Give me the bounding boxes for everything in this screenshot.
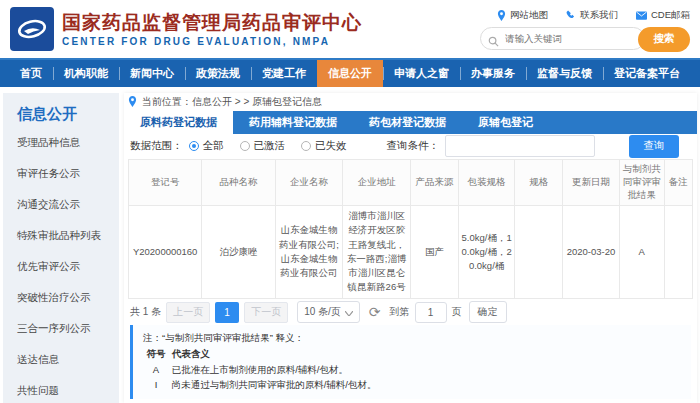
content: 当前位置：信息公开 > > 原辅包登记信息 原料药登记数据 药用辅料登记数据 药… (124, 93, 697, 403)
search-input[interactable] (480, 27, 645, 50)
sidebar-title: 信息公开 (17, 105, 119, 124)
radio-activated-label: 已激活 (254, 139, 286, 153)
sidebar-item-priority-review[interactable]: 优先审评公示 (17, 260, 119, 274)
query-label: 查询条件： (387, 139, 440, 153)
sidebar-item-common-issues[interactable]: 共性问题 (17, 384, 119, 398)
prev-page-button[interactable]: 上一页 (166, 302, 210, 323)
contact-label: 联系我们 (580, 9, 618, 22)
radio-activated-dot-icon (240, 141, 250, 151)
cell-company-name: 山东金城生物药业有限公司;山东金城生物药业有限公司 (275, 206, 343, 299)
tab-bar: 原料药登记数据 药用辅料登记数据 药包材登记数据 原辅包登记 (124, 111, 697, 134)
radio-expired[interactable]: 已失效 (301, 139, 347, 153)
next-page-button[interactable]: 下一页 (244, 302, 288, 323)
tab-raw-aux-pack[interactable]: 原辅包登记 (462, 111, 549, 134)
filter-bar: 数据范围： 全部 已激活 已失效 查询条件： 查询 (124, 134, 697, 160)
breadcrumb: 当前位置：信息公开 > > 原辅包登记信息 (124, 93, 697, 111)
nav-item-supervision[interactable]: 监督与反馈 (526, 60, 603, 87)
header-right: 网站地图 联系我们 CDE邮箱 (480, 7, 690, 52)
nav-item-policy[interactable]: 政策法规 (185, 60, 251, 87)
note-item-a-meaning: 已批准在上市制剂使用的原料/辅料/包材。 (172, 364, 348, 375)
sidebar-item-three-in-one[interactable]: 三合一序列公示 (17, 322, 119, 336)
goto-unit: 页 (452, 305, 462, 319)
radio-activated[interactable]: 已激活 (240, 139, 286, 153)
query-input[interactable] (445, 135, 595, 157)
page-size-value: 10 条/页 (304, 305, 341, 319)
header-product-name: 品种名称 (202, 160, 275, 206)
header-joint-review-result: 与制剂共同审评审批结果 (619, 160, 664, 206)
sidebar-item-breakthrough-therapy[interactable]: 突破性治疗公示 (17, 291, 119, 305)
site-title: 国家药品监督管理局药品审评中心 (62, 11, 362, 35)
header-remark: 备注 (664, 160, 692, 206)
goto-label: 到第 (390, 305, 410, 319)
note-title: 注：“与制剂共同审评审批结果” 释义： (143, 330, 683, 346)
query-button[interactable]: 查询 (629, 135, 679, 158)
contact-link[interactable]: 联系我们 (566, 9, 618, 22)
page-number-1[interactable]: 1 (215, 302, 239, 323)
radio-expired-dot-icon (301, 141, 311, 151)
tab-api-registration[interactable]: 原料药登记数据 (124, 111, 233, 134)
nav-item-home[interactable]: 首页 (9, 60, 53, 87)
cell-joint-review-result: A (619, 206, 664, 299)
chevron-down-icon (345, 307, 353, 318)
radio-all-label: 全部 (203, 139, 224, 153)
note-item-a-symbol: A (143, 362, 169, 378)
cell-update-date: 2020-03-20 (563, 206, 619, 299)
cell-source: 国产 (410, 206, 458, 299)
radio-expired-label: 已失效 (315, 139, 347, 153)
refresh-icon[interactable]: ⟳ (369, 305, 381, 319)
location-pin-icon (497, 10, 506, 21)
cell-company-address: 淄博市淄川区经济开发区胶王路复线北，东一路西;淄博市淄川区昆仑镇昆新路26号 (343, 206, 411, 299)
header-source: 产品来源 (410, 160, 458, 206)
sidebar-item-communication[interactable]: 沟通交流公示 (17, 198, 119, 212)
cell-package-spec: 5.0kg/桶，10.0kg/桶，20.0kg/桶 (458, 206, 514, 299)
pagination: 共 1 条 上一页 1 下一页 10 条/页 ⟳ 到第 页 确定 (124, 301, 697, 324)
body: 信息公开 受理品种信息 审评任务公示 沟通交流公示 特殊审批品种列表 优先审评公… (0, 87, 700, 403)
cell-reg-no: Y20200000160 (129, 206, 202, 299)
tab-packaging-registration[interactable]: 药包材登记数据 (353, 111, 462, 134)
note-item-i-meaning: 尚未通过与制剂共同审评审批的原料/辅料/包材。 (172, 379, 377, 390)
note-item-i: I 尚未通过与制剂共同审评审批的原料/辅料/包材。 (143, 377, 683, 393)
cde-mail-label: CDE邮箱 (651, 9, 690, 22)
page-size-select[interactable]: 10 条/页 (297, 301, 360, 323)
goto-confirm-button[interactable]: 确定 (469, 301, 507, 323)
header-company-address: 企业地址 (343, 160, 411, 206)
cell-spec (515, 206, 563, 299)
note-box: 注：“与制剂共同审评审批结果” 释义： 符号 代表含义 A 已批准在上市制剂使用… (130, 325, 691, 399)
note-symbol-header: 符号 (143, 346, 169, 362)
sidebar-item-delivery-info[interactable]: 送达信息 (17, 353, 119, 367)
nav-item-registration-platform[interactable]: 登记备案平台 (603, 60, 691, 87)
nav-item-info-disclosure[interactable]: 信息公开 (317, 60, 383, 87)
cell-remark (664, 206, 692, 299)
page: 国家药品监督管理局药品审评中心 CENTER FOR DRUG EVALUATI… (0, 0, 700, 403)
sidebar-item-special-approval[interactable]: 特殊审批品种列表 (17, 229, 119, 243)
sidebar-item-accepted-varieties[interactable]: 受理品种信息 (17, 136, 119, 150)
sitemap-link[interactable]: 网站地图 (497, 9, 548, 22)
cell-product-name: 泊沙康唑 (202, 206, 275, 299)
tab-excipient-registration[interactable]: 药用辅料登记数据 (233, 111, 353, 134)
nav-item-party[interactable]: 党建工作 (251, 60, 317, 87)
brand-text: 国家药品监督管理局药品审评中心 CENTER FOR DRUG EVALUATI… (62, 11, 362, 48)
nav-item-services[interactable]: 办事服务 (460, 60, 526, 87)
top-header: 国家药品监督管理局药品审评中心 CENTER FOR DRUG EVALUATI… (0, 0, 700, 60)
header-spec: 规格 (515, 160, 563, 206)
brand: 国家药品监督管理局药品审评中心 CENTER FOR DRUG EVALUATI… (10, 7, 362, 51)
sidebar-item-review-tasks[interactable]: 审评任务公示 (17, 167, 119, 181)
cde-mail-link[interactable]: CDE邮箱 (636, 9, 690, 22)
header-company-name: 企业名称 (275, 160, 343, 206)
radio-all[interactable]: 全部 (189, 139, 224, 153)
cde-logo-icon (10, 7, 54, 51)
nav-item-news[interactable]: 新闻中心 (119, 60, 185, 87)
nav-item-org[interactable]: 机构职能 (53, 60, 119, 87)
radio-all-dot-icon (189, 141, 199, 151)
header-reg-no: 登记号 (129, 160, 202, 206)
envelope-icon (636, 11, 647, 20)
quick-links: 网站地图 联系我们 CDE邮箱 (497, 9, 690, 22)
breadcrumb-text: 当前位置：信息公开 > > 原辅包登记信息 (142, 95, 322, 109)
header-update-date: 更新日期 (563, 160, 619, 206)
nav-item-applicant[interactable]: 申请人之窗 (383, 60, 460, 87)
main-nav: 首页 机构职能 新闻中心 政策法规 党建工作 信息公开 申请人之窗 办事服务 监… (0, 60, 700, 87)
goto-page-input[interactable] (415, 302, 447, 323)
search-icon (488, 33, 499, 51)
search-button[interactable]: 搜索 (638, 27, 690, 52)
site-subtitle: CENTER FOR DRUG EVALUATION, NMPA (62, 36, 362, 47)
